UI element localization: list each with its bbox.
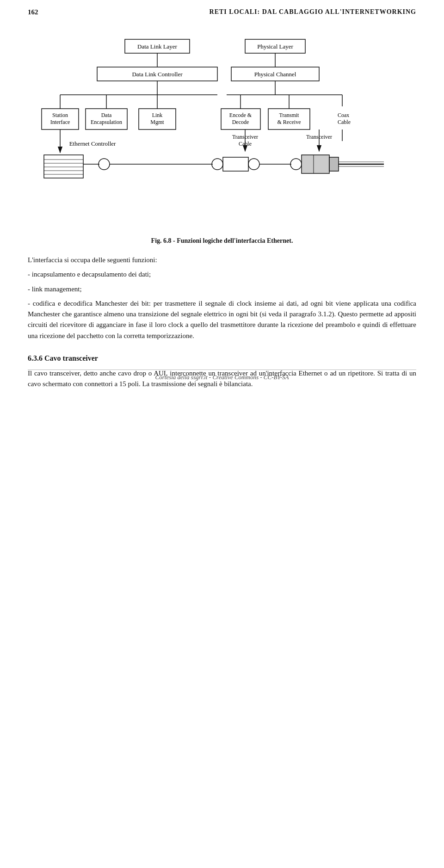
link-mgmt-label1: Link: [152, 112, 163, 118]
physical-channel-label: Physical Channel: [254, 71, 296, 78]
nic-connector: [99, 159, 110, 170]
coax-cable-label2: Cable: [338, 119, 351, 125]
coax-cable-label1: Coax: [338, 112, 349, 118]
station-interface-label2: Interface: [50, 119, 70, 125]
data-encapsulation-label2: Encapsulation: [91, 119, 122, 125]
page-footer: Cortesia della ssgrr.it - Creative Commo…: [28, 369, 416, 381]
fig-caption-bold: Fig. 6.8 - Funzioni logiche dell'interfa…: [151, 237, 293, 244]
fig-caption: Fig. 6.8 - Funzioni logiche dell'interfa…: [28, 237, 416, 245]
body-para-2: - incapsulamento e decapsulamento dei da…: [28, 269, 416, 280]
transceiver-left-connector: [212, 159, 223, 170]
section-heading: 6.3.6 Cavo transceiver: [28, 354, 416, 363]
page-number: 162: [28, 8, 38, 16]
nic-box: [44, 155, 83, 178]
body-para-3: - link management;: [28, 284, 416, 295]
transmit-receive-label2: & Receive: [278, 119, 301, 125]
body-para-4: - codifica e decodifica Manchester dei b…: [28, 298, 416, 341]
right-transceiver-left-connector: [290, 159, 302, 170]
physical-layer-label: Physical Layer: [257, 43, 293, 50]
transmit-receive-label1: Transmit: [279, 112, 300, 118]
encode-decode-label2: Decode: [232, 119, 249, 125]
right-transceiver-side-box: [329, 157, 339, 171]
transceiver-body-box: [223, 157, 248, 171]
transceiver-right-connector: [248, 159, 259, 170]
page-title-header: RETI LOCALI: DAL CABLAGGIO ALL'INTERNETW…: [210, 8, 416, 16]
body-para-1: L'interfaccia si occupa delle seguenti f…: [28, 255, 416, 265]
right-transceiver-box: [302, 155, 329, 173]
data-encapsulation-label1: Data: [101, 112, 112, 118]
ethernet-controller-label: Ethernet Controller: [69, 140, 116, 147]
data-link-layer-label: Data Link Layer: [137, 43, 178, 50]
body-text-block: L'interfaccia si occupa delle seguenti f…: [28, 255, 416, 341]
diagram-container: Data Link Layer Physical Layer Data Link…: [28, 35, 416, 229]
station-interface-label1: Station: [52, 112, 68, 118]
ethernet-diagram: Data Link Layer Physical Layer Data Link…: [32, 35, 412, 229]
data-link-controller-label: Data Link Controller: [132, 71, 183, 78]
encode-decode-label1: Encode &: [229, 112, 252, 118]
link-mgmt-label2: Mgmt: [150, 119, 164, 125]
